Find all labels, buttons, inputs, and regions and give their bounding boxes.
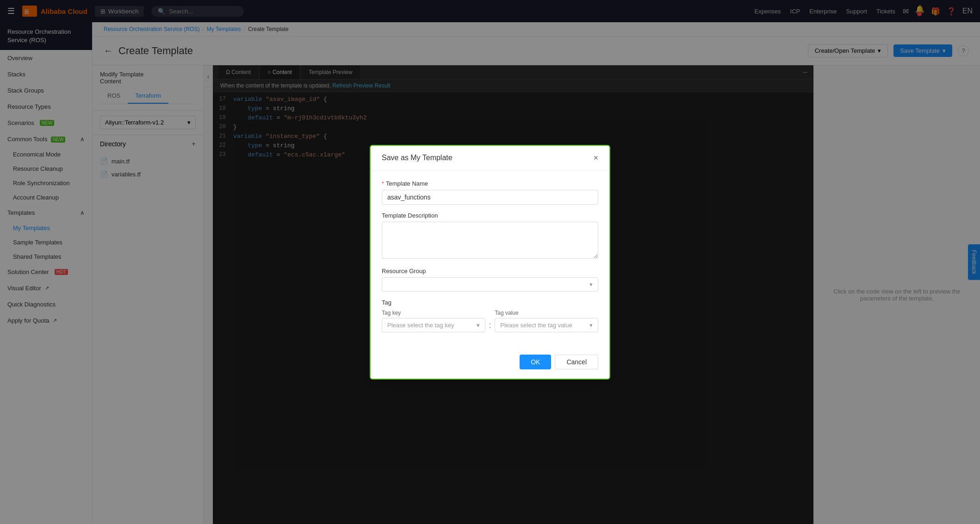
tag-label: Tag: [382, 299, 598, 306]
template-description-textarea[interactable]: [382, 222, 598, 259]
modal-overlay[interactable]: Save as My Template × * Template Name Te…: [0, 0, 980, 524]
save-template-modal: Save as My Template × * Template Name Te…: [370, 145, 610, 380]
modal-title: Save as My Template: [382, 154, 453, 162]
resource-group-label: Resource Group: [382, 268, 598, 274]
tag-value-chevron-icon: ▾: [589, 322, 593, 329]
modal-footer: OK Cancel: [371, 349, 609, 379]
tag-value-column: Tag value Please select the tag value ▾: [495, 310, 598, 332]
tag-value-placeholder: Please select the tag value: [500, 322, 572, 329]
resource-group-field: Resource Group ▾: [382, 268, 598, 292]
template-name-input[interactable]: [382, 190, 598, 205]
template-name-label: * Template Name: [382, 180, 598, 187]
modal-close-button[interactable]: ×: [593, 153, 598, 163]
template-description-field: Template Description: [382, 212, 598, 260]
template-description-label: Template Description: [382, 212, 598, 219]
tag-value-label: Tag value: [495, 310, 598, 316]
template-name-field: * Template Name: [382, 180, 598, 205]
tag-key-column: Tag key Please select the tag key ▾: [382, 310, 485, 332]
tag-colon: :: [489, 321, 491, 330]
modal-header: Save as My Template ×: [371, 146, 609, 171]
tag-key-label: Tag key: [382, 310, 485, 316]
ok-button[interactable]: OK: [520, 355, 551, 369]
modal-body: * Template Name Template Description Res…: [371, 171, 609, 349]
resource-group-select[interactable]: ▾: [382, 277, 598, 292]
tag-section: Tag Tag key Please select the tag key ▾ …: [382, 299, 598, 332]
tag-value-select[interactable]: Please select the tag value ▾: [495, 318, 598, 332]
cancel-button[interactable]: Cancel: [555, 355, 598, 369]
tag-key-select[interactable]: Please select the tag key ▾: [382, 318, 485, 332]
tag-row: Tag key Please select the tag key ▾ : Ta…: [382, 310, 598, 332]
tag-key-chevron-icon: ▾: [477, 322, 480, 329]
tag-key-placeholder: Please select the tag key: [387, 322, 454, 329]
resource-group-chevron-icon: ▾: [589, 281, 593, 288]
